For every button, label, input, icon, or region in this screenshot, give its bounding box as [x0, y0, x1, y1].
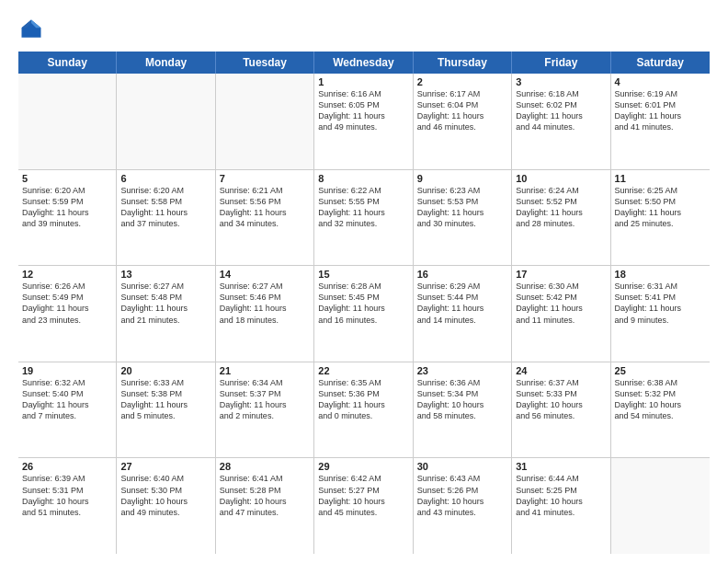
calendar-cell: 11Sunrise: 6:25 AM Sunset: 5:50 PM Dayli…: [611, 170, 710, 266]
calendar-cell: 7Sunrise: 6:21 AM Sunset: 5:56 PM Daylig…: [216, 170, 314, 266]
calendar-cell: 4Sunrise: 6:19 AM Sunset: 6:01 PM Daylig…: [611, 74, 710, 169]
calendar-cell: 5Sunrise: 6:20 AM Sunset: 5:59 PM Daylig…: [18, 170, 117, 266]
day-info: Sunrise: 6:36 AM Sunset: 5:34 PM Dayligh…: [417, 377, 507, 422]
calendar-cell: 29Sunrise: 6:42 AM Sunset: 5:27 PM Dayli…: [314, 458, 413, 554]
day-number: 31: [516, 461, 606, 472]
cal-header-day: Tuesday: [216, 52, 314, 74]
day-number: 17: [516, 269, 606, 280]
day-info: Sunrise: 6:27 AM Sunset: 5:48 PM Dayligh…: [120, 281, 210, 326]
calendar-cell: 9Sunrise: 6:23 AM Sunset: 5:53 PM Daylig…: [414, 170, 512, 266]
day-number: 15: [318, 269, 408, 280]
calendar-cell: 18Sunrise: 6:31 AM Sunset: 5:41 PM Dayli…: [611, 266, 710, 362]
day-number: 13: [120, 269, 210, 280]
calendar-cell: [18, 74, 117, 169]
calendar-row: 5Sunrise: 6:20 AM Sunset: 5:59 PM Daylig…: [18, 170, 710, 267]
day-number: 12: [22, 269, 112, 280]
calendar-cell: 13Sunrise: 6:27 AM Sunset: 5:48 PM Dayli…: [117, 266, 215, 362]
day-info: Sunrise: 6:30 AM Sunset: 5:42 PM Dayligh…: [516, 281, 606, 326]
day-info: Sunrise: 6:42 AM Sunset: 5:27 PM Dayligh…: [318, 473, 408, 518]
day-info: Sunrise: 6:33 AM Sunset: 5:38 PM Dayligh…: [120, 377, 210, 422]
calendar-cell: 1Sunrise: 6:16 AM Sunset: 6:05 PM Daylig…: [314, 74, 413, 169]
calendar-cell: 21Sunrise: 6:34 AM Sunset: 5:37 PM Dayli…: [216, 362, 314, 458]
day-info: Sunrise: 6:19 AM Sunset: 6:01 PM Dayligh…: [615, 88, 706, 133]
day-info: Sunrise: 6:18 AM Sunset: 6:02 PM Dayligh…: [516, 88, 606, 133]
day-number: 21: [220, 365, 310, 376]
calendar-row: 19Sunrise: 6:32 AM Sunset: 5:40 PM Dayli…: [18, 362, 710, 459]
calendar: SundayMondayTuesdayWednesdayThursdayFrid…: [18, 52, 710, 554]
calendar-cell: 23Sunrise: 6:36 AM Sunset: 5:34 PM Dayli…: [414, 362, 512, 458]
day-number: 22: [318, 365, 408, 376]
day-number: 20: [120, 365, 210, 376]
cal-header-day: Friday: [512, 52, 610, 74]
day-info: Sunrise: 6:16 AM Sunset: 6:05 PM Dayligh…: [318, 88, 408, 133]
day-info: Sunrise: 6:32 AM Sunset: 5:40 PM Dayligh…: [22, 377, 112, 422]
calendar-cell: 24Sunrise: 6:37 AM Sunset: 5:33 PM Dayli…: [512, 362, 610, 458]
day-info: Sunrise: 6:35 AM Sunset: 5:36 PM Dayligh…: [318, 377, 408, 422]
calendar-cell: [216, 74, 314, 169]
page: SundayMondayTuesdayWednesdayThursdayFrid…: [0, 0, 728, 563]
calendar-cell: 25Sunrise: 6:38 AM Sunset: 5:32 PM Dayli…: [611, 362, 710, 458]
day-info: Sunrise: 6:39 AM Sunset: 5:31 PM Dayligh…: [22, 473, 112, 518]
cal-header-day: Saturday: [611, 52, 710, 74]
calendar-cell: 28Sunrise: 6:41 AM Sunset: 5:28 PM Dayli…: [216, 458, 314, 554]
day-info: Sunrise: 6:31 AM Sunset: 5:41 PM Dayligh…: [615, 281, 706, 326]
header: [18, 17, 710, 42]
day-number: 8: [318, 173, 408, 184]
cal-header-day: Wednesday: [314, 52, 413, 74]
day-info: Sunrise: 6:40 AM Sunset: 5:30 PM Dayligh…: [120, 473, 210, 518]
day-info: Sunrise: 6:37 AM Sunset: 5:33 PM Dayligh…: [516, 377, 606, 422]
calendar-cell: 2Sunrise: 6:17 AM Sunset: 6:04 PM Daylig…: [414, 74, 512, 169]
day-number: 10: [516, 173, 606, 184]
day-info: Sunrise: 6:27 AM Sunset: 5:46 PM Dayligh…: [220, 281, 310, 326]
day-number: 14: [220, 269, 310, 280]
calendar-header: SundayMondayTuesdayWednesdayThursdayFrid…: [18, 52, 710, 74]
calendar-cell: 16Sunrise: 6:29 AM Sunset: 5:44 PM Dayli…: [414, 266, 512, 362]
day-number: 25: [615, 365, 706, 376]
day-number: 4: [615, 76, 706, 87]
calendar-cell: 3Sunrise: 6:18 AM Sunset: 6:02 PM Daylig…: [512, 74, 610, 169]
calendar-cell: 17Sunrise: 6:30 AM Sunset: 5:42 PM Dayli…: [512, 266, 610, 362]
calendar-cell: 26Sunrise: 6:39 AM Sunset: 5:31 PM Dayli…: [18, 458, 117, 554]
day-info: Sunrise: 6:20 AM Sunset: 5:58 PM Dayligh…: [120, 185, 210, 230]
calendar-cell: 12Sunrise: 6:26 AM Sunset: 5:49 PM Dayli…: [18, 266, 117, 362]
day-number: 6: [120, 173, 210, 184]
calendar-body: 1Sunrise: 6:16 AM Sunset: 6:05 PM Daylig…: [18, 74, 710, 554]
day-number: 30: [417, 461, 507, 472]
cal-header-day: Monday: [117, 52, 215, 74]
calendar-cell: [611, 458, 710, 554]
cal-header-day: Thursday: [414, 52, 512, 74]
day-number: 2: [417, 76, 507, 87]
day-number: 27: [120, 461, 210, 472]
logo-icon: [18, 17, 44, 42]
day-info: Sunrise: 6:21 AM Sunset: 5:56 PM Dayligh…: [220, 185, 310, 230]
calendar-cell: 22Sunrise: 6:35 AM Sunset: 5:36 PM Dayli…: [314, 362, 413, 458]
day-number: 26: [22, 461, 112, 472]
calendar-row: 12Sunrise: 6:26 AM Sunset: 5:49 PM Dayli…: [18, 266, 710, 362]
calendar-cell: [117, 74, 215, 169]
day-info: Sunrise: 6:28 AM Sunset: 5:45 PM Dayligh…: [318, 281, 408, 326]
calendar-row: 26Sunrise: 6:39 AM Sunset: 5:31 PM Dayli…: [18, 458, 710, 554]
day-number: 9: [417, 173, 507, 184]
day-number: 18: [615, 269, 706, 280]
calendar-cell: 20Sunrise: 6:33 AM Sunset: 5:38 PM Dayli…: [117, 362, 215, 458]
day-info: Sunrise: 6:20 AM Sunset: 5:59 PM Dayligh…: [22, 185, 112, 230]
day-number: 16: [417, 269, 507, 280]
day-info: Sunrise: 6:44 AM Sunset: 5:25 PM Dayligh…: [516, 473, 606, 518]
calendar-cell: 31Sunrise: 6:44 AM Sunset: 5:25 PM Dayli…: [512, 458, 610, 554]
day-info: Sunrise: 6:25 AM Sunset: 5:50 PM Dayligh…: [615, 185, 706, 230]
day-info: Sunrise: 6:24 AM Sunset: 5:52 PM Dayligh…: [516, 185, 606, 230]
calendar-cell: 10Sunrise: 6:24 AM Sunset: 5:52 PM Dayli…: [512, 170, 610, 266]
day-number: 29: [318, 461, 408, 472]
day-number: 24: [516, 365, 606, 376]
calendar-cell: 14Sunrise: 6:27 AM Sunset: 5:46 PM Dayli…: [216, 266, 314, 362]
calendar-row: 1Sunrise: 6:16 AM Sunset: 6:05 PM Daylig…: [18, 74, 710, 170]
day-number: 1: [318, 76, 408, 87]
calendar-cell: 15Sunrise: 6:28 AM Sunset: 5:45 PM Dayli…: [314, 266, 413, 362]
day-info: Sunrise: 6:29 AM Sunset: 5:44 PM Dayligh…: [417, 281, 507, 326]
day-info: Sunrise: 6:38 AM Sunset: 5:32 PM Dayligh…: [615, 377, 706, 422]
day-number: 3: [516, 76, 606, 87]
day-number: 11: [615, 173, 706, 184]
day-number: 5: [22, 173, 112, 184]
calendar-cell: 8Sunrise: 6:22 AM Sunset: 5:55 PM Daylig…: [314, 170, 413, 266]
day-number: 19: [22, 365, 112, 376]
